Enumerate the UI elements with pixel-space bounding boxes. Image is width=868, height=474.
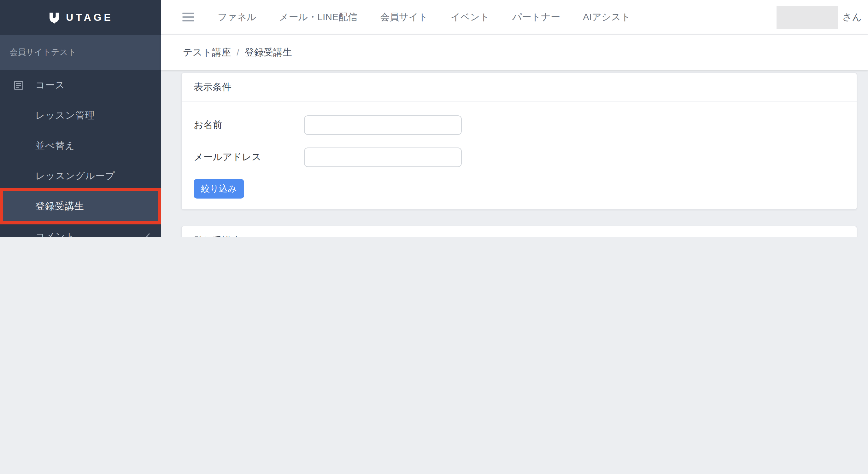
email-filter-label: メールアドレス <box>194 151 304 163</box>
sidebar-item-courses[interactable]: コース <box>0 70 161 100</box>
breadcrumb-separator: / <box>237 47 239 57</box>
email-filter-row: メールアドレス <box>182 147 857 167</box>
sidebar-item-lesson-group[interactable]: レッスングループ <box>0 161 161 191</box>
nav-ai-assist[interactable]: AIアシスト <box>583 11 630 23</box>
sidebar-menu: コース レッスン管理 並べ替え レッスングループ 登録受講生 <box>0 70 161 237</box>
sidebar: UTAGE 会員サイトテスト コース レッスン管理 並べ替え <box>0 0 161 237</box>
user-name-redacted <box>777 5 838 29</box>
chevron-left-icon <box>145 233 151 237</box>
breadcrumb-course-link[interactable]: テスト講座 <box>183 46 231 58</box>
sidebar-item-registered-students[interactable]: 登録受講生 <box>0 188 161 225</box>
nav-partner[interactable]: パートナー <box>512 11 560 23</box>
name-filter-row: お名前 <box>182 115 857 135</box>
user-honorific: さん <box>842 11 862 23</box>
nav-member-site[interactable]: 会員サイト <box>380 11 428 23</box>
registered-students-card: 登録受講生 ダウンロード 名前 メールアドレス <box>181 226 857 237</box>
user-menu[interactable]: さん <box>777 5 868 29</box>
current-site-name: 会員サイトテスト <box>0 35 161 70</box>
nav-event[interactable]: イベント <box>451 11 490 23</box>
utage-logo-icon <box>48 11 60 24</box>
email-filter-input[interactable] <box>304 147 462 167</box>
article-icon <box>13 80 35 91</box>
students-card-title: 登録受講生 <box>182 226 857 237</box>
logo-text: UTAGE <box>66 12 113 23</box>
logo[interactable]: UTAGE <box>0 0 161 35</box>
breadcrumb: テスト講座 / 登録受講生 <box>161 35 868 70</box>
main-content: 表示条件 お名前 メールアドレス 絞り込み 登録受講生 ダウンロード <box>161 70 868 237</box>
name-filter-input[interactable] <box>304 115 462 135</box>
hamburger-menu-icon[interactable] <box>182 12 194 22</box>
filter-submit-button[interactable]: 絞り込み <box>194 179 244 199</box>
utage-admin-page: UTAGE 会員サイトテスト コース レッスン管理 並べ替え <box>0 0 868 237</box>
name-filter-label: お名前 <box>194 119 304 131</box>
nav-funnel[interactable]: ファネル <box>218 11 256 23</box>
filter-conditions-card: 表示条件 お名前 メールアドレス 絞り込み <box>181 72 857 210</box>
breadcrumb-current-page: 登録受講生 <box>245 46 292 58</box>
top-nav: ファネル メール・LINE配信 会員サイト イベント パートナー AIアシスト <box>218 11 630 23</box>
sidebar-item-sort[interactable]: 並べ替え <box>0 131 161 161</box>
nav-mail-line-delivery[interactable]: メール・LINE配信 <box>279 11 358 23</box>
filter-card-title: 表示条件 <box>182 73 857 101</box>
top-navigation-bar: ファネル メール・LINE配信 会員サイト イベント パートナー AIアシスト … <box>161 0 868 35</box>
sidebar-item-lesson-management[interactable]: レッスン管理 <box>0 100 161 131</box>
